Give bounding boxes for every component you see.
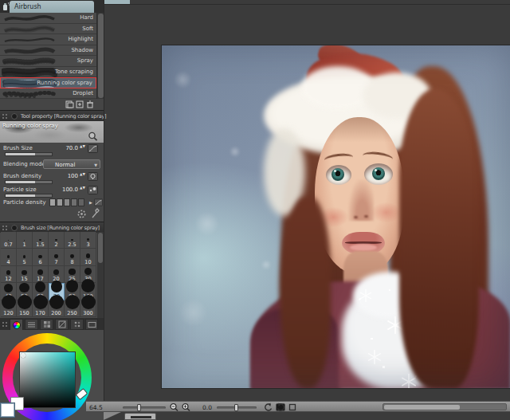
tab-approximate-color[interactable] [70, 319, 84, 330]
brush-size-stepper[interactable]: ▲▼ [80, 144, 85, 153]
tab-color-wheel[interactable] [10, 319, 23, 330]
brush-size-cell[interactable]: 8 [65, 249, 80, 265]
brush-size-value[interactable]: 70.0 [57, 145, 78, 151]
brush-size-dot [71, 239, 73, 241]
subtool-scrollbar[interactable] [96, 13, 104, 99]
horizontal-scrollbar[interactable] [382, 403, 507, 410]
tool-preview-strip: Running color spray [0, 121, 104, 143]
panel-menu-icon[interactable] [11, 225, 18, 231]
zoom-slider-thumb[interactable] [137, 404, 141, 411]
subtool-item-highlight[interactable]: Highlight [0, 34, 96, 45]
reset-view-icon[interactable] [288, 402, 296, 412]
subtool-item-tone-scraping[interactable]: Tone scraping [0, 67, 96, 78]
brush-size-cell[interactable]: 120 [1, 300, 17, 317]
rotation-slider[interactable] [217, 406, 257, 409]
tab-color-history[interactable] [85, 319, 98, 330]
subtool-item-soft[interactable]: Soft [0, 24, 96, 35]
brush-size-cell[interactable]: 5 [17, 249, 33, 265]
brush-size-cell[interactable]: 150 [17, 300, 33, 317]
rotate-ccw-icon[interactable] [263, 402, 273, 412]
brush-size-cell[interactable]: 1.5 [33, 232, 49, 249]
particle-size-stepper[interactable]: ▲▼ [80, 186, 85, 194]
main-color-swatch[interactable] [1, 403, 14, 417]
panel-grip-icon[interactable] [2, 225, 9, 231]
wrench-icon[interactable] [90, 208, 100, 219]
density-segment[interactable] [78, 198, 84, 206]
brush-size-cell[interactable]: 2 [49, 232, 65, 249]
particle-size-value[interactable]: 100.0 [57, 186, 78, 193]
density-segment[interactable] [71, 198, 77, 206]
brush-size-cell[interactable]: 7 [49, 249, 65, 265]
brush-size-cell[interactable]: 17 [33, 266, 49, 283]
brush-size-cell[interactable]: 4 [1, 249, 17, 265]
brush-size-dynamics-icon[interactable] [88, 144, 98, 153]
subtool-item-spray[interactable]: Spray [0, 56, 96, 67]
zoom-in-icon[interactable] [181, 402, 191, 412]
particle-density-segments[interactable] [49, 198, 88, 206]
magnifier-icon[interactable] [88, 131, 99, 142]
canvas[interactable] [162, 45, 510, 388]
scrollbar-thumb[interactable] [98, 233, 103, 263]
density-segment[interactable] [49, 198, 56, 206]
brush-size-dot [87, 238, 89, 241]
new-subtool-icon[interactable] [76, 100, 84, 108]
brush-size-number: 15 [21, 276, 27, 282]
brush-size-cell[interactable]: 3 [80, 232, 96, 249]
stepper-down-icon[interactable]: ▼ [83, 144, 85, 148]
brush-size-cell[interactable]: 15 [17, 266, 33, 283]
brush-size-cell[interactable]: 170 [33, 300, 49, 317]
subtool-item-shadow[interactable]: Shadow [0, 45, 96, 57]
particle-density-dynamics-icon[interactable] [94, 198, 103, 206]
subtool-item-droplet[interactable]: Droplet [0, 88, 96, 100]
brush-size-cell[interactable]: 200 [49, 300, 65, 317]
brush-size-number: 120 [3, 310, 13, 316]
tab-color-set[interactable] [40, 319, 53, 330]
brush-density-slider[interactable] [5, 180, 53, 184]
subtool-item-running-color-spray[interactable]: Running color spray [0, 77, 96, 88]
rotation-slider-thumb[interactable] [234, 404, 238, 411]
tab-intermediate-color[interactable] [55, 319, 69, 330]
brush-size-cell[interactable]: 12 [1, 266, 17, 283]
particle-size-slider[interactable] [5, 194, 53, 198]
saturation-value-square[interactable] [19, 351, 76, 408]
brush-size-cell[interactable]: 10 [80, 249, 96, 265]
settings-gear-icon[interactable] [76, 209, 87, 219]
brush-size-number: 3 [86, 241, 89, 248]
brush-size-cell[interactable]: 1 [17, 232, 33, 249]
brush-density-value[interactable]: 100 [57, 173, 78, 179]
stepper-down-icon[interactable]: ▼ [83, 186, 85, 190]
brush-size-cell[interactable]: 6 [33, 249, 49, 265]
panel-grip-icon[interactable] [2, 113, 9, 120]
stepper-down-icon[interactable]: ▼ [83, 172, 85, 176]
scrollbar-thumb[interactable] [384, 405, 460, 410]
zoom-out-icon[interactable] [169, 402, 179, 412]
rotation-degrees[interactable]: 0.0 [202, 404, 212, 411]
brush-size-cell[interactable]: 2.5 [65, 232, 80, 249]
brush-density-dynamics-icon[interactable] [88, 172, 98, 181]
panel-menu-icon[interactable] [11, 113, 18, 120]
brush-size-cell[interactable]: 0.7 [1, 232, 17, 249]
scrollbar-thumb[interactable] [98, 14, 104, 98]
zoom-slider[interactable] [123, 406, 166, 409]
blending-mode-dropdown[interactable]: Normal ▼ [43, 159, 100, 169]
density-segment[interactable] [57, 198, 63, 206]
rotate-cw-icon[interactable] [276, 402, 286, 412]
brush-size-slider[interactable] [5, 152, 53, 156]
particle-size-dynamics-icon[interactable] [88, 186, 98, 194]
tab-airbrush[interactable]: Airbrush [10, 1, 94, 13]
trash-icon[interactable] [86, 100, 94, 108]
collapsed-mini-window[interactable] [124, 413, 156, 420]
color-marker[interactable] [21, 353, 26, 358]
tab-color-slider[interactable] [25, 319, 38, 330]
zoom-percentage[interactable]: 64.5 [89, 404, 103, 411]
brush-size-number: 150 [19, 310, 29, 316]
brush-size-scrollbar[interactable] [97, 232, 104, 318]
density-segment[interactable] [64, 198, 70, 206]
panel-grip-icon[interactable] [2, 321, 9, 328]
subtool-item-hard[interactable]: Hard [0, 13, 96, 24]
copy-subtool-icon[interactable] [65, 100, 74, 108]
brush-size-cell[interactable]: 250 [65, 300, 80, 317]
brush-size-cell[interactable]: 300 [80, 300, 96, 317]
brush-density-stepper[interactable]: ▲▼ [80, 172, 85, 181]
expand-arrow-icon[interactable]: ▶ [89, 200, 92, 205]
